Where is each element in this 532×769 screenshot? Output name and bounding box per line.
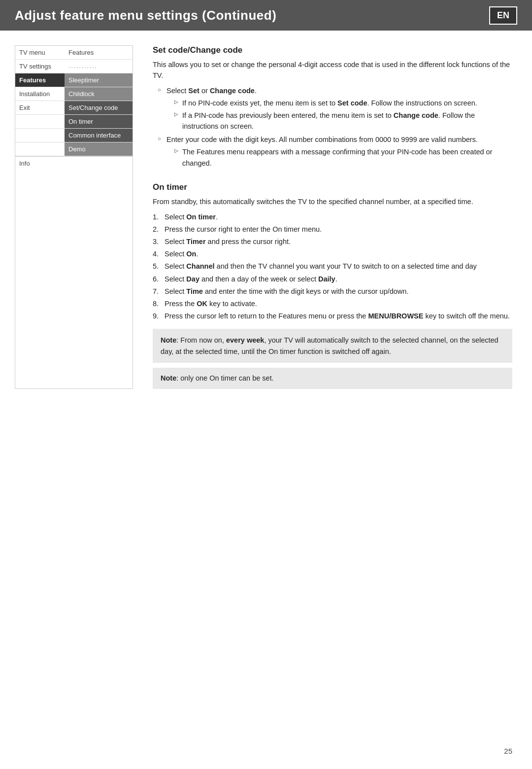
language-badge: EN bbox=[489, 6, 517, 25]
menu-left-ci bbox=[15, 129, 65, 142]
on-timer-step-1: 1.Select On timer. bbox=[153, 211, 512, 223]
menu-right-ci: Common interface bbox=[65, 129, 133, 142]
on-timer-step-5: 5.Select Channel and then the TV channel… bbox=[153, 261, 512, 272]
menu-right-info-empty bbox=[65, 157, 133, 170]
menu-row-installation[interactable]: Installation Childlock bbox=[15, 87, 133, 101]
main-content: TV menu Features TV settings ...........… bbox=[0, 31, 532, 404]
menu-row-tv-settings: TV settings ........... bbox=[15, 60, 133, 73]
set-code-title: Set code/Change code bbox=[153, 45, 512, 55]
menu-left-info: Info bbox=[15, 157, 65, 170]
on-timer-step-4: 4.Select On. bbox=[153, 248, 512, 260]
page-number: 25 bbox=[504, 747, 512, 755]
menu-right-setcode: Set/Change code bbox=[65, 101, 133, 114]
set-code-sub1a: If no PIN-code exists yet, the menu item… bbox=[174, 98, 512, 108]
menu-right-tv-settings: ........... bbox=[65, 60, 133, 73]
on-timer-step-7: 7.Select Time and enter the time with th… bbox=[153, 286, 512, 297]
on-timer-section: On timer From standby, this automaticall… bbox=[153, 182, 512, 389]
right-content: Set code/Change code This allows you to … bbox=[148, 45, 517, 389]
menu-right-ontimer: On timer bbox=[65, 115, 133, 128]
set-code-sub2: The Features menu reappears with a messa… bbox=[174, 146, 512, 169]
tv-menu-panel: TV menu Features TV settings ...........… bbox=[15, 45, 133, 389]
on-timer-step-9: 9.Press the cursor left to return to the… bbox=[153, 311, 512, 322]
on-timer-title: On timer bbox=[153, 182, 512, 192]
set-code-bullet1: Select Set or Change code. If no PIN-cod… bbox=[158, 85, 512, 132]
set-code-bullet2: Enter your code with the digit keys. All… bbox=[158, 134, 512, 169]
set-code-sub1b: If a PIN-code has previously been entere… bbox=[174, 110, 512, 132]
on-timer-note2: Note: only one On timer can be set. bbox=[153, 368, 512, 388]
menu-right-childlock: Childlock bbox=[65, 87, 133, 101]
menu-row-ontimer[interactable]: On timer bbox=[15, 115, 133, 129]
menu-row-demo[interactable]: Demo bbox=[15, 142, 133, 156]
menu-col1-header: TV menu bbox=[15, 46, 65, 59]
menu-right-sleeptimer: Sleeptimer bbox=[65, 73, 133, 87]
menu-left-demo bbox=[15, 142, 65, 156]
set-code-section: Set code/Change code This allows you to … bbox=[153, 45, 512, 169]
on-timer-step-3: 3.Select Timer and press the cursor righ… bbox=[153, 236, 512, 247]
menu-header-row: TV menu Features bbox=[15, 46, 133, 60]
on-timer-step-8: 8.Press the OK key to activate. bbox=[153, 298, 512, 310]
on-timer-note1: Note: From now on, every week, your TV w… bbox=[153, 329, 512, 363]
on-timer-step-2: 2.Press the cursor right to enter the On… bbox=[153, 224, 512, 235]
menu-left-tv-settings: TV settings bbox=[15, 60, 65, 73]
page-title: Adjust feature menu settings (Continued) bbox=[15, 8, 276, 23]
menu-left-installation: Installation bbox=[15, 87, 65, 101]
on-timer-intro: From standby, this automatically switche… bbox=[153, 196, 512, 207]
menu-left-features: Features bbox=[15, 73, 65, 87]
menu-row-info[interactable]: Info bbox=[15, 156, 133, 170]
set-code-sub-bullets: If no PIN-code exists yet, the menu item… bbox=[174, 98, 512, 132]
menu-right-demo: Demo bbox=[65, 142, 133, 156]
set-code-intro: This allows you to set or change the per… bbox=[153, 59, 512, 81]
menu-left-ontimer bbox=[15, 115, 65, 128]
menu-left-exit: Exit bbox=[15, 101, 65, 114]
menu-row-exit[interactable]: Exit Set/Change code bbox=[15, 101, 133, 115]
menu-col2-header: Features bbox=[65, 46, 133, 59]
on-timer-step-6: 6.Select Day and then a day of the week … bbox=[153, 274, 512, 285]
page-header: Adjust feature menu settings (Continued)… bbox=[0, 0, 532, 31]
on-timer-steps: 1.Select On timer. 2.Press the cursor ri… bbox=[153, 211, 512, 322]
menu-row-common-interface[interactable]: Common interface bbox=[15, 129, 133, 142]
set-code-sub2a: The Features menu reappears with a messa… bbox=[174, 146, 512, 169]
set-code-bullets: Select Set or Change code. If no PIN-cod… bbox=[158, 85, 512, 169]
menu-row-features[interactable]: Features Sleeptimer bbox=[15, 73, 133, 87]
